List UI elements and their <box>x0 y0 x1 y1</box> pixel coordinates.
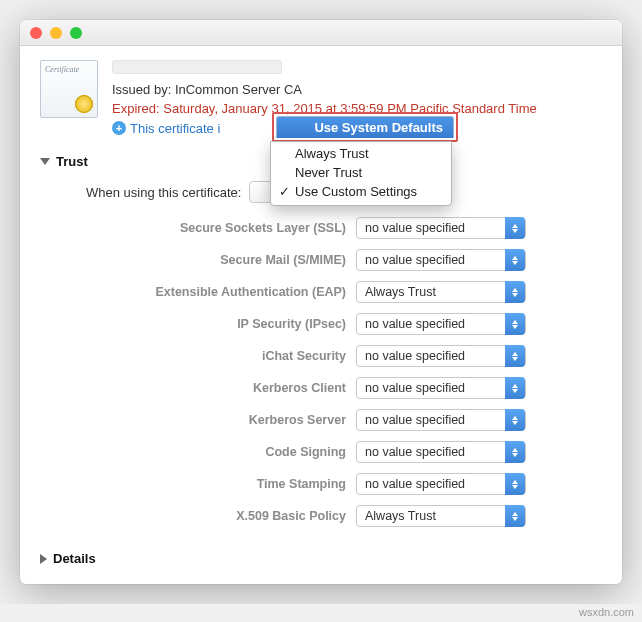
seal-icon <box>75 95 93 113</box>
highlight-box: Use System Defaults <box>272 112 458 142</box>
updown-arrows-icon <box>505 505 525 527</box>
issued-by-row: Issued by: InCommon Server CA <box>112 80 602 100</box>
expired-label: Expired: <box>112 101 160 116</box>
issued-by-value: InCommon Server CA <box>175 82 302 97</box>
certificate-window: Certificate Issued by: InCommon Server C… <box>20 20 622 584</box>
trust-popup-kerberos-client[interactable]: no value specified <box>356 377 526 399</box>
trust-popup-value: no value specified <box>365 317 465 331</box>
menu-item-always-trust[interactable]: Always Trust <box>271 144 451 163</box>
disclosure-triangle-icon[interactable] <box>40 158 50 165</box>
updown-arrows-icon <box>505 281 525 303</box>
trust-row-label: Extensible Authentication (EAP) <box>86 285 346 299</box>
certificate-status-text: This certificate i <box>130 119 220 139</box>
trust-popup-ssl[interactable]: no value specified <box>356 217 526 239</box>
trust-popup-value: no value specified <box>365 349 465 363</box>
disclosure-triangle-icon[interactable] <box>40 554 47 564</box>
updown-arrows-icon <box>505 249 525 271</box>
titlebar <box>20 20 622 46</box>
zoom-icon[interactable] <box>70 27 82 39</box>
trust-popup-eap[interactable]: Always Trust <box>356 281 526 303</box>
close-icon[interactable] <box>30 27 42 39</box>
dropdown-selected-label: Use System Defaults <box>314 120 443 135</box>
trust-section-title: Trust <box>56 154 88 169</box>
details-section-title: Details <box>53 551 96 566</box>
menu-item-use-custom[interactable]: ✓ Use Custom Settings <box>271 182 451 201</box>
plus-icon: + <box>112 121 126 135</box>
updown-arrows-icon <box>505 441 525 463</box>
trust-policy-dropdown[interactable]: Use System Defaults Always Trust Never T… <box>272 112 458 206</box>
trust-popup-code-signing[interactable]: no value specified <box>356 441 526 463</box>
trust-row-label: IP Security (IPsec) <box>86 317 346 331</box>
trust-section: Trust When using this certificate: ? Sec… <box>20 148 622 551</box>
trust-popup-time-stamping[interactable]: no value specified <box>356 473 526 495</box>
trust-popup-x509[interactable]: Always Trust <box>356 505 526 527</box>
issued-by-label: Issued by: <box>112 82 171 97</box>
dropdown-menu: Always Trust Never Trust ✓ Use Custom Se… <box>270 141 452 206</box>
updown-arrows-icon <box>505 313 525 335</box>
details-section: Details <box>20 551 622 584</box>
trust-popup-value: no value specified <box>365 445 465 459</box>
trust-popup-value: Always Trust <box>365 509 436 523</box>
trust-popup-ipsec[interactable]: no value specified <box>356 313 526 335</box>
trust-row-label: X.509 Basic Policy <box>86 509 346 523</box>
trust-row-label: Secure Mail (S/MIME) <box>86 253 346 267</box>
trust-popup-value: Always Trust <box>365 285 436 299</box>
when-using-label: When using this certificate: <box>86 185 241 200</box>
trust-row-label: iChat Security <box>86 349 346 363</box>
updown-arrows-icon <box>505 473 525 495</box>
updown-arrows-icon <box>505 377 525 399</box>
certificate-icon: Certificate <box>40 60 98 118</box>
trust-popup-ichat[interactable]: no value specified <box>356 345 526 367</box>
trust-row-label: Secure Sockets Layer (SSL) <box>86 221 346 235</box>
updown-arrows-icon <box>505 217 525 239</box>
trust-row-label: Time Stamping <box>86 477 346 491</box>
trust-settings-grid: Secure Sockets Layer (SSL) no value spec… <box>40 217 602 541</box>
menu-item-label: Always Trust <box>295 146 369 161</box>
updown-arrows-icon <box>505 345 525 367</box>
certificate-name-redacted <box>112 60 282 74</box>
menu-item-label: Use Custom Settings <box>295 184 417 199</box>
trust-row-label: Kerberos Client <box>86 381 346 395</box>
trust-popup-value: no value specified <box>365 221 465 235</box>
certificate-icon-label: Certificate <box>45 65 93 74</box>
check-icon: ✓ <box>277 184 291 199</box>
trust-popup-smime[interactable]: no value specified <box>356 249 526 271</box>
minimize-icon[interactable] <box>50 27 62 39</box>
menu-item-label: Never Trust <box>295 165 362 180</box>
trust-row-label: Code Signing <box>86 445 346 459</box>
updown-arrows-icon <box>505 409 525 431</box>
trust-popup-value: no value specified <box>365 381 465 395</box>
trust-popup-kerberos-server[interactable]: no value specified <box>356 409 526 431</box>
trust-row-label: Kerberos Server <box>86 413 346 427</box>
menu-item-never-trust[interactable]: Never Trust <box>271 163 451 182</box>
trust-popup-value: no value specified <box>365 413 465 427</box>
trust-popup-value: no value specified <box>365 477 465 491</box>
details-section-header[interactable]: Details <box>40 551 602 566</box>
trust-popup-value: no value specified <box>365 253 465 267</box>
dropdown-selected-item[interactable]: Use System Defaults <box>276 116 454 138</box>
